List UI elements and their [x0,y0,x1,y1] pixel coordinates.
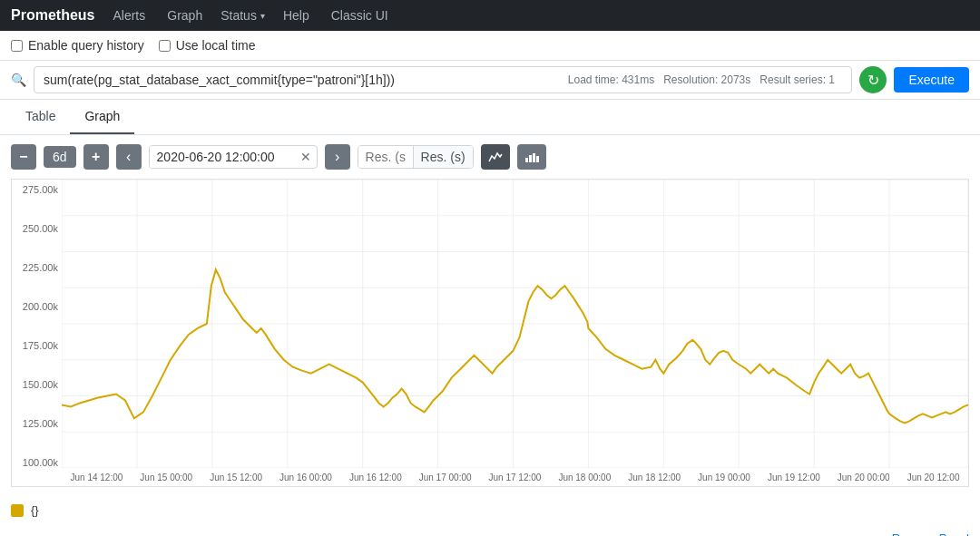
x-axis-labels: Jun 14 12:00 Jun 15 00:00 Jun 15 12:00 J… [62,468,968,486]
x-label-4: Jun 16 12:00 [340,473,410,482]
execute-button[interactable]: Execute [894,67,969,93]
load-info: Load time: 431ms Resolution: 2073s Resul… [568,73,835,86]
line-chart-button[interactable] [481,144,510,170]
x-label-3: Jun 16 00:00 [271,473,341,482]
y-label-2: 225.00k [15,262,58,273]
legend: {} [0,496,980,524]
svg-rect-2 [533,153,535,162]
nav-help[interactable]: Help [279,8,313,23]
y-axis-labels: 275.00k 250.00k 225.00k 200.00k 175.00k … [12,180,62,468]
options-bar: Enable query history Use local time [0,31,980,61]
x-label-12: Jun 20 12:00 [898,473,968,482]
prev-range-button[interactable]: ‹ [116,144,142,170]
x-label-8: Jun 18 12:00 [620,473,690,482]
use-local-time-label[interactable]: Use local time [159,38,256,53]
nav-classic-ui[interactable]: Classic UI [328,8,392,23]
duration-badge: 6d [44,146,76,168]
chart-svg [62,180,968,468]
graph-controls: − 6d + ‹ ✕ › Res. (s) [0,135,980,179]
x-label-5: Jun 17 00:00 [410,473,480,482]
clear-datetime-button[interactable]: ✕ [295,146,317,168]
chevron-down-icon: ▾ [260,11,265,21]
y-label-6: 125.00k [15,418,58,429]
x-label-7: Jun 18 00:00 [550,473,620,482]
refresh-button[interactable]: ↻ [859,66,887,93]
chart-area: 275.00k 250.00k 225.00k 200.00k 175.00k … [0,179,980,496]
stacked-chart-button[interactable] [517,144,546,170]
navbar: Prometheus Alerts Graph Status ▾ Help Cl… [0,0,980,31]
decrease-duration-button[interactable]: − [11,144,36,170]
svg-rect-1 [529,155,532,162]
y-label-5: 150.00k [15,379,58,390]
navbar-brand[interactable]: Prometheus [11,7,94,24]
nav-graph[interactable]: Graph [163,8,206,23]
tab-graph[interactable]: Graph [70,100,134,134]
y-label-1: 250.00k [15,223,58,234]
x-label-1: Jun 15 00:00 [132,473,201,482]
tab-table[interactable]: Table [11,100,70,134]
nav-status[interactable]: Status ▾ [220,8,265,23]
x-label-9: Jun 19 00:00 [690,473,760,482]
x-label-2: Jun 15 12:00 [201,473,271,482]
x-label-10: Jun 19 12:00 [759,473,828,482]
y-label-0: 275.00k [15,184,58,195]
search-bar: 🔍 Load time: 431ms Resolution: 2073s Res… [0,61,980,100]
use-local-time-checkbox[interactable] [159,40,171,52]
tabs: Table Graph [0,100,980,135]
y-label-7: 100.00k [15,457,58,468]
search-icon: 🔍 [11,73,26,87]
enable-query-history-checkbox[interactable] [11,40,23,52]
y-label-4: 175.00k [15,340,58,351]
resolution-label: Res. (s) [413,146,473,168]
enable-query-history-label[interactable]: Enable query history [11,38,144,53]
remove-panel-button[interactable]: Remove Panel [892,531,969,536]
nav-alerts[interactable]: Alerts [109,8,149,23]
next-range-button[interactable]: › [325,144,350,170]
y-label-3: 200.00k [15,301,58,312]
chart-container: 275.00k 250.00k 225.00k 200.00k 175.00k … [11,179,969,487]
chart-inner [62,180,968,468]
svg-rect-3 [536,156,539,162]
resolution-wrapper: Res. (s) [358,145,474,169]
remove-panel: Remove Panel [0,524,980,536]
legend-swatch [11,504,24,517]
datetime-wrapper: ✕ [149,145,318,169]
svg-rect-0 [525,158,528,162]
resolution-input[interactable] [358,146,413,168]
x-label-11: Jun 20 00:00 [828,473,898,482]
datetime-input[interactable] [150,146,295,168]
increase-duration-button[interactable]: + [83,144,109,170]
x-label-0: Jun 14 12:00 [62,473,132,482]
x-label-6: Jun 17 12:00 [480,473,550,482]
legend-label[interactable]: {} [31,503,39,517]
